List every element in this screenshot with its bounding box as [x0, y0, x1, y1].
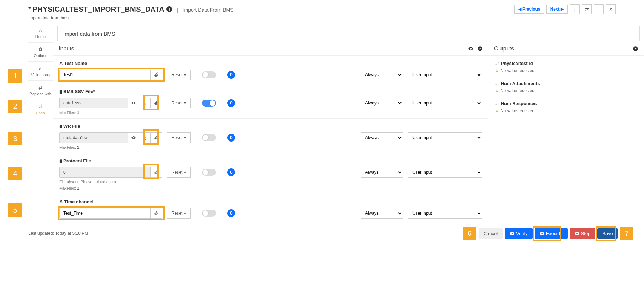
output-num-responses: ↓↑ Num Responses ▲No value received [495, 101, 638, 113]
step-marker-3: 3 [8, 132, 22, 145]
outputs-title: Outputs [494, 46, 514, 52]
output-physicaltest-id: ↓↑ Physicaltest Id ▲No value received [495, 61, 638, 73]
step-marker-6: 6 [463, 227, 476, 240]
attach-icon[interactable] [150, 70, 162, 80]
svg-point-2 [510, 232, 514, 235]
save-button[interactable]: Save [597, 228, 618, 239]
output-num-attachments: ↓↑ Num Attachments ▲No value received [495, 81, 638, 93]
toggle-test-name[interactable] [202, 71, 216, 78]
sidebar-item-logs[interactable]: ↺ Logs [28, 100, 53, 119]
warning-icon: ▲ [495, 108, 499, 113]
swap-icon[interactable]: ⇄ [582, 4, 592, 14]
input-block-test-name: ATest Name Reset ▾ 0 [53, 56, 488, 84]
sidebar-item-home[interactable]: ⌂ Home [28, 24, 53, 43]
source-dropdown[interactable]: User input [408, 167, 482, 178]
eye-icon[interactable] [128, 98, 139, 108]
attach-icon[interactable] [150, 133, 162, 143]
verify-button[interactable]: Verify [505, 228, 533, 239]
toggle-protocol[interactable] [202, 169, 216, 176]
cancel-button[interactable]: Cancel [479, 228, 503, 239]
modified-indicator: * [28, 5, 31, 13]
more-menu-icon[interactable]: ⋮ [570, 4, 580, 14]
description-bar: Import data from BMS [57, 26, 640, 41]
download-icon[interactable] [139, 133, 150, 143]
page-title: * PHYSICALTEST_IMPORT_BMS_DATA i [28, 5, 172, 13]
source-dropdown[interactable]: User input [408, 70, 482, 80]
file-icon: ▮ [59, 89, 62, 94]
close-icon[interactable]: ✕ [606, 4, 616, 14]
info-icon[interactable]: i [166, 6, 172, 12]
check-icon: ✓ [29, 65, 52, 72]
protocol-input[interactable] [60, 167, 150, 177]
download-icon[interactable] [139, 98, 150, 108]
home-icon: ⌂ [29, 28, 52, 34]
toggle-wr-file[interactable] [202, 134, 216, 141]
sort-icon: ↓↑ [495, 101, 499, 106]
minimize-icon[interactable]: — [594, 4, 604, 14]
count-badge: 0 [227, 168, 235, 176]
attach-icon[interactable] [150, 167, 162, 177]
reset-button[interactable]: Reset ▾ [167, 70, 191, 80]
sidebar-item-validations[interactable]: ✓ Validations [28, 62, 53, 81]
count-badge: 0 [227, 99, 235, 107]
input-block-bms-ssv: ▮BMS SSV File* Reset ▾ 0 [53, 84, 488, 119]
reset-button[interactable]: Reset ▾ [167, 167, 191, 178]
condition-dropdown[interactable]: Always [361, 208, 403, 219]
previous-button[interactable]: ◀ Previous [514, 5, 544, 14]
step-marker-5: 5 [8, 203, 22, 217]
last-updated: Last updated: Today at 5:18 PM [28, 231, 88, 236]
reset-button[interactable]: Reset ▾ [167, 98, 191, 108]
sidebar-item-options[interactable]: ✿ Options [28, 43, 53, 62]
test-name-input[interactable] [60, 70, 150, 80]
header-description: Import data from bms [0, 16, 644, 24]
title-text: PHYSICALTEST_IMPORT_BMS_DATA [33, 5, 164, 13]
history-icon: ↺ [29, 103, 52, 110]
toggle-bms-ssv[interactable] [202, 100, 216, 107]
eye-icon[interactable] [468, 46, 474, 52]
file-icon: ▮ [59, 124, 62, 129]
condition-dropdown[interactable]: Always [361, 167, 403, 178]
outputs-panel: Outputs ↓↑ Physicaltest Id ▲No value rec… [488, 42, 644, 222]
step-marker-2: 2 [8, 100, 22, 113]
time-channel-input[interactable] [60, 208, 150, 218]
inputs-title: Inputs [59, 46, 74, 52]
play-icon[interactable] [633, 46, 638, 52]
step-marker-7: 7 [620, 227, 633, 240]
source-dropdown[interactable]: User input [408, 132, 482, 143]
gear-icon: ✿ [29, 46, 52, 53]
attach-icon[interactable] [150, 208, 162, 218]
condition-dropdown[interactable]: Always [361, 70, 403, 80]
required-asterisk: * [93, 89, 95, 94]
condition-dropdown[interactable]: Always [361, 98, 403, 108]
source-dropdown[interactable]: User input [408, 208, 482, 219]
toggle-time-channel[interactable] [202, 210, 216, 217]
page-subtitle: Import Data From BMS [183, 7, 234, 13]
swap-icon: ⇄ [29, 84, 52, 91]
bms-ssv-input[interactable] [60, 98, 128, 108]
sort-icon: ↓↑ [495, 61, 499, 66]
count-badge: 0 [227, 71, 235, 79]
count-badge: 0 [227, 134, 235, 142]
eye-icon[interactable] [128, 133, 139, 143]
text-icon: A [59, 199, 63, 204]
source-dropdown[interactable]: User input [408, 98, 482, 108]
file-absent-message: File absent. Please upload again. [59, 180, 482, 184]
stop-button[interactable]: Stop [570, 228, 596, 239]
step-marker-4: 4 [8, 167, 22, 180]
page-header: * PHYSICALTEST_IMPORT_BMS_DATA i | Impor… [0, 0, 644, 16]
count-badge: 0 [227, 209, 235, 217]
reset-button[interactable]: Reset ▾ [167, 132, 191, 143]
sidebar: ⌂ Home ✿ Options ✓ Validations ⇄ Replace… [28, 24, 53, 222]
footer: Last updated: Today at 5:18 PM 6 Cancel … [0, 222, 644, 245]
sort-icon: ↓↑ [495, 81, 499, 86]
condition-dropdown[interactable]: Always [361, 132, 403, 143]
execute-button[interactable]: Execute [535, 228, 568, 239]
warning-icon: ▲ [495, 68, 499, 73]
play-icon[interactable] [477, 46, 483, 52]
attach-icon[interactable] [150, 98, 162, 108]
sidebar-item-replace[interactable]: ⇄ Replace with [28, 81, 53, 100]
next-button[interactable]: Next ▶ [546, 5, 568, 14]
wr-file-input[interactable] [60, 133, 128, 143]
warning-icon: ▲ [495, 88, 499, 93]
reset-button[interactable]: Reset ▾ [167, 208, 191, 219]
